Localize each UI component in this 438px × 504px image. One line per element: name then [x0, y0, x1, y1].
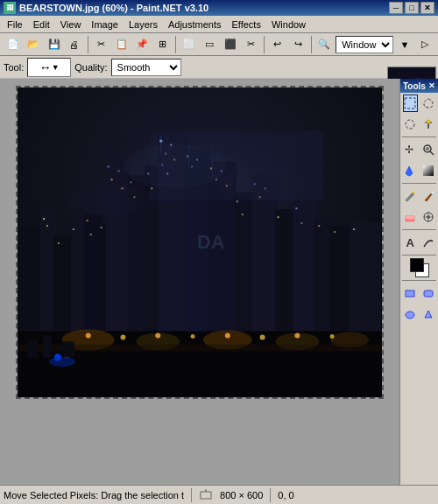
svg-rect-118 — [406, 216, 414, 219]
tools-sep-2 — [402, 183, 436, 184]
dimensions-icon — [199, 488, 213, 502]
freeform-tool[interactable] — [421, 305, 436, 323]
svg-text:DA: DA — [197, 231, 225, 253]
status-divider-2 — [270, 488, 271, 502]
svg-point-87 — [121, 334, 126, 340]
svg-point-125 — [406, 312, 414, 318]
zoom-tool[interactable] — [421, 141, 436, 158]
svg-rect-42 — [87, 220, 88, 221]
tools-row-5 — [400, 186, 438, 206]
minimize-button[interactable]: ─ — [389, 2, 403, 14]
dimensions-text: 800 × 600 — [220, 490, 263, 500]
zoom-in-button[interactable]: 🔍 — [315, 35, 334, 54]
new-button[interactable]: 📄 — [4, 35, 22, 54]
menu-layers[interactable]: Layers — [124, 16, 163, 32]
select-all-button[interactable]: ⬜ — [180, 35, 198, 54]
brush-tool[interactable] — [421, 187, 436, 205]
status-divider-1 — [191, 488, 192, 502]
svg-rect-99 — [43, 335, 52, 357]
tools-header-label: Tools — [403, 81, 426, 91]
copy-button[interactable]: 📋 — [112, 35, 131, 54]
rounded-rect-tool[interactable] — [421, 284, 436, 302]
menu-view[interactable]: View — [55, 16, 87, 32]
tools-sep-4 — [402, 255, 436, 256]
svg-rect-46 — [111, 178, 113, 180]
print-button[interactable]: 🖨 — [65, 35, 83, 54]
tools-row-6 — [400, 206, 438, 228]
clone-button[interactable]: ⊞ — [153, 35, 172, 54]
tools-sep-1 — [402, 136, 436, 137]
maximize-button[interactable]: □ — [405, 2, 419, 14]
menu-bar: File Edit View Image Layers Adjustments … — [0, 16, 438, 33]
magic-wand-tool[interactable] — [421, 116, 436, 133]
menu-adjustments[interactable]: Adjustments — [163, 16, 227, 32]
foreground-color-swatch[interactable] — [410, 258, 424, 272]
svg-rect-39 — [46, 225, 48, 227]
svg-rect-75 — [334, 231, 336, 233]
text-tool[interactable]: A — [403, 234, 418, 251]
paste-button[interactable]: 📌 — [133, 35, 152, 54]
svg-rect-73 — [300, 222, 302, 224]
svg-point-116 — [431, 191, 434, 194]
lasso-tool[interactable] — [421, 94, 436, 112]
svg-point-91 — [260, 334, 265, 340]
menu-file[interactable]: File — [2, 16, 28, 32]
svg-rect-47 — [118, 170, 120, 172]
svg-line-112 — [430, 151, 434, 155]
tool-options-toolbar: Tool: ↔ ▼ Quality: Smooth Aliased — [0, 56, 438, 79]
toolbar-settings-button[interactable]: ▼ — [395, 35, 413, 54]
pencil-tool[interactable] — [403, 187, 418, 205]
rect-shape-tool[interactable] — [403, 284, 418, 302]
ellipse-shape-tool[interactable] — [403, 305, 418, 323]
svg-point-92 — [294, 332, 300, 338]
tools-close-button[interactable]: ✕ — [428, 81, 435, 90]
svg-point-104 — [67, 185, 145, 216]
quality-combo[interactable]: Smooth Aliased — [111, 59, 181, 76]
eraser-tool[interactable] — [403, 208, 418, 226]
ellipse-select-tool[interactable] — [403, 116, 418, 133]
svg-rect-115 — [423, 165, 434, 176]
menu-image[interactable]: Image — [86, 16, 124, 32]
invert-select-button[interactable]: ⬛ — [221, 35, 239, 54]
more-button[interactable]: ▷ — [416, 35, 434, 54]
tools-panel-header: Tools ✕ — [400, 79, 438, 93]
move-tool[interactable]: ✢ — [403, 141, 418, 158]
open-button[interactable]: 📂 — [24, 35, 42, 54]
close-button[interactable]: ✕ — [420, 2, 434, 14]
svg-point-93 — [330, 334, 335, 339]
line-tool[interactable] — [421, 234, 436, 251]
undo-button[interactable]: ↩ — [268, 35, 286, 54]
svg-rect-43 — [90, 234, 92, 235]
save-button[interactable]: 💾 — [45, 35, 63, 54]
cut-button[interactable]: ✂ — [92, 35, 110, 54]
deselect-button[interactable]: ▭ — [201, 35, 219, 54]
tools-row-colors — [400, 257, 438, 278]
menu-effects[interactable]: Effects — [227, 16, 266, 32]
tools-sep-3 — [402, 229, 436, 230]
canvas-area[interactable]: DA — [0, 79, 399, 485]
svg-point-106 — [406, 120, 414, 129]
window-combo[interactable]: Window — [336, 36, 393, 53]
toolbar-sep2 — [175, 36, 176, 53]
gradient-tool[interactable] — [421, 162, 436, 179]
svg-rect-74 — [318, 225, 320, 227]
crop-button[interactable]: ✂ — [242, 35, 260, 54]
rectangle-select-tool[interactable] — [403, 94, 418, 112]
svg-rect-45 — [108, 165, 110, 167]
toolbar-sep3 — [264, 36, 265, 53]
title-bar: 🖼 BEARSTOWN.jpg (60%) - Paint.NET v3.10 … — [0, 0, 438, 16]
tools-row-3: ✢ — [400, 139, 438, 160]
svg-point-90 — [225, 332, 230, 338]
coordinates-text: 0, 0 — [278, 490, 293, 500]
menu-edit[interactable]: Edit — [28, 16, 55, 32]
tools-sep-5 — [402, 280, 436, 281]
move-tool-button[interactable]: ↔ ▼ — [27, 58, 71, 77]
tools-row-8 — [400, 283, 438, 304]
clone-stamp-tool[interactable] — [421, 208, 436, 226]
svg-rect-44 — [101, 227, 102, 228]
paint-bucket-tool[interactable] — [403, 162, 418, 179]
color-picker-area — [410, 258, 429, 277]
menu-window[interactable]: Window — [266, 16, 311, 32]
redo-button[interactable]: ↪ — [288, 35, 307, 54]
svg-rect-123 — [406, 290, 414, 297]
